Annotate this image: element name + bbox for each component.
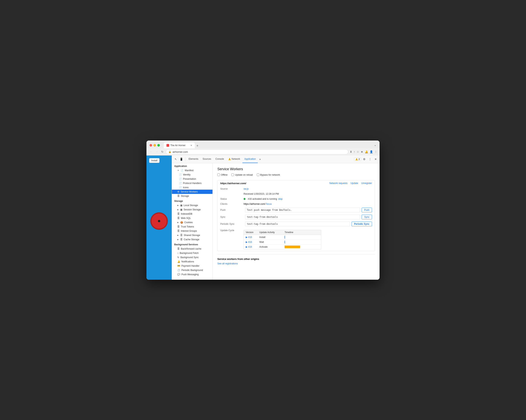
nav-item-presentation[interactable]: 📄 Presentation <box>172 177 212 181</box>
address-input[interactable]: 🔒 airhorner.com <box>166 149 348 154</box>
minimize-window-button[interactable] <box>153 144 156 147</box>
stop-link[interactable]: stop <box>278 198 283 200</box>
background-sync-icon: ↻ <box>177 256 179 259</box>
version-3[interactable]: ▶ #16 <box>246 245 259 248</box>
back-button[interactable]: ← <box>149 150 153 154</box>
close-window-button[interactable] <box>150 144 152 147</box>
nav-item-back-forward-cache[interactable]: 🗄 Back/forward cache <box>172 247 212 251</box>
offline-checkbox[interactable]: Offline <box>217 174 227 176</box>
timeline-line-2 <box>284 241 285 243</box>
warnings-badge[interactable]: ⚠️ 2 <box>354 158 361 161</box>
nav-item-background-sync[interactable]: ↻ Background Sync <box>172 255 212 260</box>
nav-section-background-services: Background Services <box>172 242 212 247</box>
tab-application[interactable]: Application <box>243 155 258 163</box>
nav-item-cookies[interactable]: ▶ 🍪 Cookies <box>172 220 212 225</box>
focus-link[interactable]: focus <box>266 203 272 205</box>
device-tool-button[interactable]: 📱 <box>179 157 184 161</box>
more-tabs-button[interactable]: » <box>258 157 262 161</box>
nav-item-background-fetch[interactable]: ↕ Background Fetch <box>172 251 212 255</box>
nav-item-session-storage[interactable]: ▶ ▦ Session Storage <box>172 207 212 212</box>
refresh-button[interactable]: ↻ <box>161 150 164 154</box>
share-icon[interactable]: ↑ <box>354 150 355 153</box>
nav-item-web-sql[interactable]: 🗄 Web SQL <box>172 216 212 220</box>
nav-item-payment-handler[interactable]: 💳 Payment Handler <box>172 264 212 268</box>
update-on-reload-checkbox[interactable]: Update on reload <box>231 174 253 176</box>
periodic-sync-button[interactable]: Periodic Sync <box>352 222 372 226</box>
version-1[interactable]: ▶ #16 <box>246 236 259 239</box>
origin-actions: Network requests Update Unregister <box>329 182 372 185</box>
nav-item-manifest[interactable]: ▼ 📄 Manifest <box>172 168 212 173</box>
nav-item-local-storage[interactable]: ▶ ▦ Local Storage <box>172 203 212 207</box>
local-storage-expand: ▶ <box>177 204 179 206</box>
update-on-reload-input[interactable] <box>231 174 234 176</box>
bypass-for-network-checkbox[interactable]: Bypass for network <box>257 174 280 176</box>
nav-item-periodic-background[interactable]: 🕐 Periodic Background <box>172 268 212 272</box>
more-icon[interactable]: ⋮ <box>374 150 377 153</box>
timeline-activate <box>284 245 319 248</box>
cursor-tool-button[interactable]: ↖ <box>173 157 178 161</box>
nav-item-push-messaging[interactable]: 💬 Push Messaging <box>172 272 212 277</box>
nav-item-notifications[interactable]: 🔔 Notifications <box>172 260 212 264</box>
see-all-registrations-link[interactable]: See all registrations <box>217 262 238 265</box>
install-button[interactable]: Install <box>149 158 160 163</box>
extension-icon[interactable]: ★ <box>361 150 363 153</box>
offline-checkbox-input[interactable] <box>217 174 220 176</box>
update-link[interactable]: Update <box>351 182 358 185</box>
tab-close-button[interactable]: × <box>191 144 192 147</box>
network-requests-link[interactable]: Network requests <box>329 182 347 185</box>
periodic-background-icon: 🕐 <box>177 269 180 272</box>
protocol-handlers-icon: 📄 <box>179 182 182 185</box>
version-2[interactable]: ▶ #16 <box>246 241 259 243</box>
unregister-link[interactable]: Unregister <box>361 182 372 185</box>
push-button[interactable]: Push <box>362 208 372 212</box>
local-storage-icon: ▦ <box>180 204 182 207</box>
dt-close-button[interactable]: ✕ <box>373 157 378 161</box>
tab-console[interactable]: Console <box>213 155 226 163</box>
nav-item-cache-storage[interactable]: ▶ 🗄 Cache Storage <box>172 237 212 242</box>
dt-more-button[interactable]: ⋮ <box>367 157 373 161</box>
periodic-sync-input[interactable] <box>245 222 350 226</box>
nav-item-service-workers[interactable]: ⚙ Service Workers <box>172 190 212 194</box>
network-warning-icon: ⚠️ <box>228 158 231 160</box>
nav-item-icons[interactable]: 📄 Icons <box>172 185 212 190</box>
traffic-lights <box>150 144 160 147</box>
nav-section-storage: Storage <box>172 198 212 203</box>
forward-button[interactable]: → <box>155 150 159 154</box>
origin-header: https://airhorner.com/ Network requests … <box>218 180 375 186</box>
push-messaging-icon: 💬 <box>177 273 180 276</box>
timeline-wait <box>284 241 319 243</box>
profile-icon[interactable]: 👤 <box>370 150 373 153</box>
browser-tab[interactable]: The Air Horner × <box>164 142 195 148</box>
tabs-area: The Air Horner × + <box>164 142 372 148</box>
session-storage-icon: ▦ <box>180 208 182 211</box>
cookies-expand: ▶ <box>177 221 179 223</box>
nav-item-indexeddb[interactable]: 🗄 IndexedDB <box>172 212 212 216</box>
background-fetch-icon: ↕ <box>177 252 179 254</box>
clients-row: Clients https://airhorner.com/ focus <box>218 201 375 206</box>
sync-button[interactable]: Sync <box>362 215 372 219</box>
sync-input[interactable] <box>245 215 360 219</box>
nav-item-interest-groups[interactable]: 🗄 Interest Groups <box>172 229 212 233</box>
settings-button[interactable]: ⚙ <box>362 157 367 161</box>
nav-item-trust-tokens[interactable]: 🗄 Trust Tokens <box>172 225 212 229</box>
tab-elements[interactable]: Elements <box>187 155 200 163</box>
bookmark-icon[interactable]: ☆ <box>357 150 359 153</box>
nav-item-protocol-handlers[interactable]: 📄 Protocol Handlers <box>172 181 212 185</box>
maximize-window-button[interactable] <box>157 144 160 147</box>
other-origins-section: Service workers from other origins See a… <box>217 254 375 265</box>
nav-item-shared-storage[interactable]: ▶ 🗄 Shared Storage <box>172 233 212 237</box>
push-input[interactable] <box>245 208 360 212</box>
tab-network[interactable]: ⚠️ Network <box>226 155 242 163</box>
nav-item-storage[interactable]: 🗄 Storage <box>172 194 212 198</box>
alert-icon[interactable]: 🔔 <box>365 150 368 153</box>
col-timeline: Timeline <box>284 231 319 234</box>
bypass-for-network-input[interactable] <box>257 174 259 176</box>
service-worker-origin-block: https://airhorner.com/ Network requests … <box>217 180 375 251</box>
new-tab-button[interactable]: + <box>195 144 200 148</box>
update-cycle-label: Update Cycle <box>220 229 243 232</box>
tab-sources[interactable]: Sources <box>201 155 213 163</box>
title-bar: The Air Horner × + ⌄ <box>146 140 380 148</box>
nav-item-identity[interactable]: 📄 Identity <box>172 173 212 177</box>
source-file-link[interactable]: sw.js <box>243 187 249 190</box>
download-icon[interactable]: ⬇ <box>350 150 352 153</box>
